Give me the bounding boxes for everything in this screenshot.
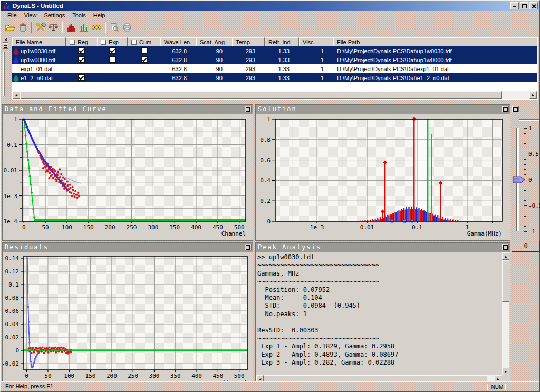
menu-help[interactable]: Help [90, 11, 109, 19]
svg-text:0.1: 0.1 [412, 224, 422, 231]
column-header-reg[interactable]: Reg [66, 37, 97, 46]
cum-checkbox[interactable] [141, 56, 148, 63]
column-header-exp[interactable]: Exp [97, 37, 128, 46]
svg-text:0.6: 0.6 [260, 157, 271, 164]
svg-text:200: 200 [107, 373, 117, 379]
print-button[interactable] [121, 21, 133, 34]
panel-restore-button[interactable] [245, 244, 252, 250]
print-preview-button[interactable] [108, 21, 121, 34]
table-row[interactable]: up1w0000.tdf632.8902931.331D:\My\Project… [12, 55, 537, 64]
scroll-left-button[interactable] [13, 91, 20, 99]
panel-restore-button[interactable] [245, 106, 252, 112]
scales-button[interactable] [47, 21, 60, 34]
slider-groove [519, 119, 539, 121]
column-header-visc[interactable]: Visc. [299, 37, 333, 46]
toolbar-separator [105, 22, 106, 33]
column-header-temp[interactable]: Temp. [232, 37, 265, 46]
stems-button[interactable] [78, 21, 90, 34]
peak-vscrollbar[interactable] [502, 252, 509, 375]
scroll-thumb[interactable] [502, 261, 509, 302]
column-header-cum[interactable]: Cum [128, 37, 160, 46]
fit-tools-button[interactable] [34, 21, 47, 34]
restore-icon [522, 4, 527, 8]
svg-text:0.06: 0.06 [5, 308, 20, 315]
file-path-cell: D:\My\Project\Dynals PCS\Dat\up1w0000.td… [333, 55, 537, 64]
dock-maximize-button[interactable] [3, 43, 8, 49]
svg-text:0.02: 0.02 [5, 334, 20, 341]
histogram-button[interactable] [65, 21, 78, 34]
residuals-panel: Residuals 0.140.120.10.080.060.040.020-0… [2, 242, 253, 384]
cum-checkbox[interactable] [141, 47, 148, 54]
menu-settings[interactable]: Settings [40, 11, 69, 19]
svg-text:0.08: 0.08 [5, 295, 20, 301]
wave_len-cell: 632.8 [160, 55, 196, 64]
panel-title-text: Solution [258, 105, 297, 113]
table-row[interactable]: exp1_01.dat632.8902931.331D:\My\Project\… [12, 64, 537, 73]
diamonds-button[interactable] [90, 21, 103, 34]
svg-text:-0.02: -0.02 [3, 360, 19, 367]
scat_ang-cell: 90 [196, 73, 232, 82]
exp-checkbox[interactable] [109, 56, 116, 63]
menu-view[interactable]: View [21, 11, 41, 19]
panel-restore-button[interactable] [502, 106, 509, 112]
panel-restore-button[interactable] [502, 244, 509, 250]
svg-text:400: 400 [191, 224, 201, 231]
table-row[interactable]: up1w0030.tdf632.8902931.331D:\My\Project… [12, 46, 537, 55]
column-label: Visc. [303, 39, 315, 45]
column-label: Wave Len. [164, 39, 191, 45]
title-bar[interactable]: DynaLS - Untitled [1, 1, 539, 11]
temp-cell: 293 [232, 73, 265, 82]
svg-text:1e-3: 1e-3 [4, 193, 18, 200]
file-table: File NameRegExpCumWave Len.Scat. Ang.Tem… [12, 37, 538, 100]
scroll-down-button[interactable] [502, 368, 509, 375]
svg-text:350: 350 [169, 224, 180, 231]
reg-checkbox[interactable] [78, 74, 85, 81]
minimize-button[interactable] [510, 2, 519, 9]
reg-cell [66, 73, 97, 82]
slider-tick-label: -1 [528, 228, 535, 235]
restore-icon [246, 107, 250, 112]
slider-restore-button[interactable] [512, 106, 519, 112]
column-header-wave_len[interactable]: Wave Len. [160, 37, 196, 46]
column-header-file_path[interactable]: File Path [333, 37, 537, 46]
file-table-header: File NameRegExpCumWave Len.Scat. Ang.Tem… [12, 37, 537, 46]
scroll-up-button[interactable] [502, 252, 509, 260]
header-checkbox[interactable] [70, 40, 75, 45]
scroll-right-button[interactable] [529, 91, 537, 99]
scroll-thumb[interactable] [21, 91, 502, 99]
table-row[interactable]: e1_2_n0.dat632.8902931.331D:\My\Project\… [12, 73, 537, 82]
column-label: Refr. Ind. [268, 39, 292, 45]
file-name-cell: exp1_01.dat [12, 64, 66, 73]
visc-cell: 1 [299, 46, 333, 55]
svg-text:0.01: 0.01 [360, 224, 374, 231]
delete-button[interactable] [16, 21, 29, 34]
file-name-cell: e1_2_n0.dat [12, 73, 66, 82]
close-button[interactable] [529, 2, 538, 9]
header-checkbox[interactable] [131, 40, 137, 45]
column-header-scat_ang[interactable]: Scat. Ang. [196, 37, 232, 46]
column-header-refr_ind[interactable]: Refr. Ind. [265, 37, 299, 46]
peak-analysis-text: >> up1w0030.tdf ~~~~~~~~~~~~~~~~~~~~~~~~… [257, 253, 502, 375]
svg-text:0.14: 0.14 [5, 255, 20, 262]
restore-button[interactable] [520, 2, 528, 9]
column-header-file_name[interactable]: File Name [12, 37, 66, 46]
menu-tools[interactable]: Tools [69, 11, 90, 19]
reg-checkbox[interactable] [78, 47, 85, 54]
reg-checkbox[interactable] [78, 56, 85, 63]
open-file-button[interactable] [4, 21, 16, 34]
dock-gripper[interactable] [6, 52, 7, 96]
histogram-icon [66, 22, 76, 33]
header-checkbox[interactable] [101, 40, 106, 45]
panel-title: Data and Fitted Curve [3, 105, 253, 114]
menu-file[interactable]: File [4, 11, 21, 19]
column-label: Cum [139, 39, 151, 45]
cum-cell [128, 55, 160, 64]
visc-cell: 1 [299, 73, 333, 82]
dock-close-button[interactable] [3, 37, 8, 43]
exp-checkbox[interactable] [109, 47, 116, 54]
table-hscrollbar[interactable] [13, 91, 537, 99]
svg-text:350: 350 [170, 373, 181, 379]
slider-thumb[interactable] [512, 175, 526, 184]
reg-cell [66, 64, 97, 73]
dock-gripper[interactable] [3, 52, 5, 96]
